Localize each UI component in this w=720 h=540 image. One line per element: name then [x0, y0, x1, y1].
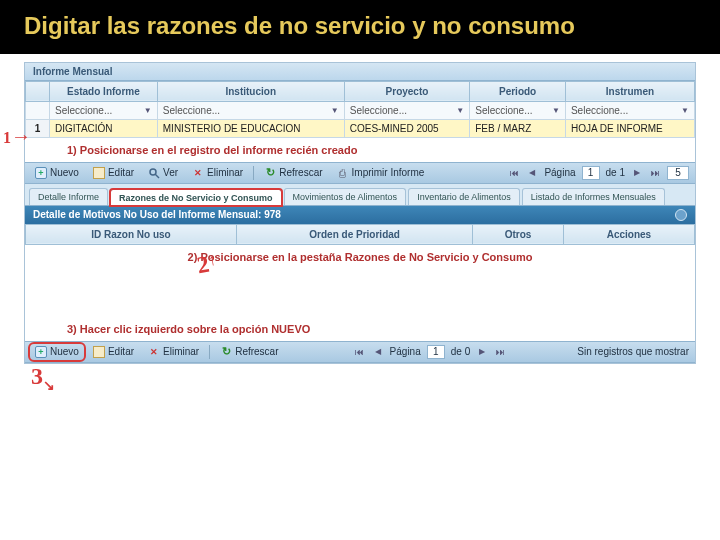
page-label: Página: [390, 346, 421, 357]
view-icon: [148, 167, 160, 179]
editar-button[interactable]: Editar: [89, 345, 138, 359]
edit-icon: [93, 167, 105, 179]
chevron-down-icon: ▼: [456, 106, 464, 115]
chevron-down-icon: ▼: [144, 106, 152, 115]
page-label: Página: [544, 167, 575, 178]
filter-instrumento[interactable]: Seleccione...▼: [571, 105, 689, 116]
app-window: 1→ 2↑ 3↘ Informe Mensual Estado Informe …: [24, 62, 696, 364]
col-blank: [26, 81, 50, 101]
page-first-icon[interactable]: [354, 346, 366, 358]
grid-motivos: ID Razon No uso Orden de Prioridad Otros…: [25, 224, 695, 245]
chevron-down-icon: ▼: [331, 106, 339, 115]
tab-listado[interactable]: Listado de Informes Mensuales: [522, 188, 665, 205]
cell-institucion: MINISTERIO DE EDUCACION: [157, 119, 344, 137]
tabs-bar: Detalle Informe Razones de No Servicio y…: [25, 184, 695, 206]
imprimir-button[interactable]: Imprimir Informe: [333, 166, 429, 180]
page-first-icon[interactable]: [508, 167, 520, 179]
chevron-down-icon: ▼: [552, 106, 560, 115]
col-periodo[interactable]: Periodo: [470, 81, 566, 101]
annotation-1: 1) Posicionarse en el registro del infor…: [25, 138, 695, 162]
new-icon: [35, 346, 47, 358]
refrescar-button[interactable]: Refrescar: [216, 345, 282, 359]
filter-estado[interactable]: Seleccione...▼: [55, 105, 152, 116]
editar-button[interactable]: Editar: [89, 166, 138, 180]
filter-institucion[interactable]: Seleccione...▼: [163, 105, 339, 116]
col-institucion[interactable]: Institucion: [157, 81, 344, 101]
slide-title: Digitar las razones de no servicio y no …: [24, 12, 696, 40]
tab-detalle[interactable]: Detalle Informe: [29, 188, 108, 205]
table-row[interactable]: 1 DIGITACIÓN MINISTERIO DE EDUCACION COE…: [26, 119, 695, 137]
annotation-2: 2) Posicionarse en la pestaña Razones de…: [25, 245, 695, 269]
page-next-icon[interactable]: [631, 167, 643, 179]
slide-title-bar: Digitar las razones de no servicio y no …: [0, 0, 720, 54]
toolbar-top: Nuevo Editar Ver Eliminar Refrescar Impr…: [25, 162, 695, 184]
cell-periodo: FEB / MARZ: [470, 119, 566, 137]
col-orden[interactable]: Orden de Prioridad: [236, 224, 472, 244]
grid-header-row: Estado Informe Institucion Proyecto Peri…: [26, 81, 695, 101]
col-acciones[interactable]: Acciones: [563, 224, 694, 244]
cell-estado: DIGITACIÓN: [50, 119, 158, 137]
svg-line-1: [155, 174, 159, 178]
page-input[interactable]: 1: [582, 166, 600, 180]
grid-filter-row: Seleccione...▼ Seleccione...▼ Seleccione…: [26, 101, 695, 119]
nuevo-button[interactable]: Nuevo: [31, 166, 83, 180]
cell-instrumento: HOJA DE INFORME: [565, 119, 694, 137]
chevron-down-icon: ▼: [681, 106, 689, 115]
filter-proyecto[interactable]: Seleccione...▼: [350, 105, 465, 116]
new-icon: [35, 167, 47, 179]
eliminar-button[interactable]: Eliminar: [144, 345, 203, 359]
refresh-icon: [220, 346, 232, 358]
toolbar-bottom: Nuevo Editar Eliminar Refrescar Página 1…: [25, 341, 695, 363]
handwritten-3-arrow: 3↘: [31, 363, 55, 390]
refresh-icon: [264, 167, 276, 179]
page-next-icon[interactable]: [476, 346, 488, 358]
page-of: de 0: [451, 346, 470, 357]
page-last-icon[interactable]: [494, 346, 506, 358]
page-prev-icon[interactable]: [526, 167, 538, 179]
page-last-icon[interactable]: [649, 167, 661, 179]
collapse-icon[interactable]: [675, 209, 687, 221]
subpanel-title: Detalle de Motivos No Uso del Informe Me…: [33, 209, 281, 220]
grid-informe: Estado Informe Institucion Proyecto Peri…: [25, 81, 695, 138]
annotation-3: 3) Hacer clic izquierdo sobre la opción …: [25, 317, 695, 341]
col-idrazon[interactable]: ID Razon No uso: [26, 224, 237, 244]
page-input[interactable]: 1: [427, 345, 445, 359]
col-otros[interactable]: Otros: [473, 224, 564, 244]
empty-body: [25, 269, 695, 317]
edit-icon: [93, 346, 105, 358]
page-prev-icon[interactable]: [372, 346, 384, 358]
refrescar-button[interactable]: Refrescar: [260, 166, 326, 180]
separator: [253, 166, 254, 180]
tab-movimientos[interactable]: Movimientos de Alimentos: [284, 188, 407, 205]
filter-periodo[interactable]: Seleccione...▼: [475, 105, 560, 116]
separator: [209, 345, 210, 359]
page-of: de 1: [606, 167, 625, 178]
cell-id: 1: [26, 119, 50, 137]
ver-button[interactable]: Ver: [144, 166, 182, 180]
nuevo-button[interactable]: Nuevo: [31, 345, 83, 359]
tab-inventario[interactable]: Inventario de Alimentos: [408, 188, 520, 205]
col-proyecto[interactable]: Proyecto: [344, 81, 470, 101]
page-size-select[interactable]: 5: [667, 166, 689, 180]
col-estado[interactable]: Estado Informe: [50, 81, 158, 101]
eliminar-button[interactable]: Eliminar: [188, 166, 247, 180]
tab-razones[interactable]: Razones de No Servicio y Consumo: [110, 189, 282, 206]
col-instrumento[interactable]: Instrumen: [565, 81, 694, 101]
no-records-label: Sin registros que mostrar: [577, 346, 689, 357]
subpanel-header-motivos: Detalle de Motivos No Uso del Informe Me…: [25, 206, 695, 224]
cell-proyecto: COES-MINED 2005: [344, 119, 470, 137]
delete-icon: [192, 167, 204, 179]
print-icon: [337, 167, 349, 179]
panel-header-informe: Informe Mensual: [25, 63, 695, 81]
delete-icon: [148, 346, 160, 358]
grid-header-row: ID Razon No uso Orden de Prioridad Otros…: [26, 224, 695, 244]
